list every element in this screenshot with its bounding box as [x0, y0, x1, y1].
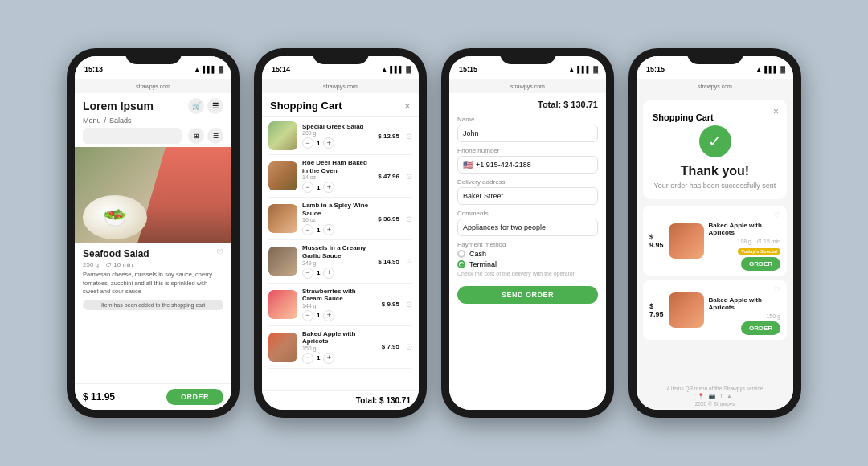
- signal-icon: ▌▌▌: [203, 66, 216, 73]
- notch-4: [687, 48, 743, 64]
- p4-item-right-2: ♡ Baked Apple with Apricots 150 g ORDER: [709, 285, 780, 335]
- payment-terminal[interactable]: Terminal: [457, 260, 598, 268]
- notch-2: [313, 48, 369, 64]
- cart-item-delete-1[interactable]: ⊙: [406, 132, 412, 141]
- qty-decrease-6[interactable]: −: [302, 353, 313, 364]
- favorite-icon[interactable]: ♡: [216, 248, 223, 260]
- battery-icon-3: ▓: [593, 66, 598, 73]
- location-icon: 📍: [698, 393, 704, 399]
- payment-field-group: Payment method Cash Terminal Check the c…: [457, 241, 598, 276]
- qty-increase-2[interactable]: +: [323, 182, 334, 193]
- url-bar-1: strawpys.com: [75, 79, 231, 93]
- cart-item-3: Lamb in a Spicy Wine Sauce 16 oz − 1 + $…: [268, 198, 412, 240]
- phone-2: 15:14 ▲ ▌▌▌ ▓ strawpys.com Shopping Cart…: [254, 48, 427, 418]
- p1-header: Lorem Ipsum 🛒 ☰ Menu / Salads ⊞ ☰: [75, 93, 231, 147]
- copyright: 2020 © Strawpys: [695, 401, 735, 407]
- cart-icon[interactable]: 🛒: [188, 98, 204, 114]
- battery-icon-4: ▓: [780, 66, 785, 73]
- grid-view-icon[interactable]: ⊞: [188, 128, 204, 144]
- cash-radio[interactable]: [457, 250, 465, 258]
- p4-footer-text: 4 items QR menu of the Strawpys service: [667, 386, 764, 391]
- cart-item-img-1: [268, 121, 297, 150]
- p4-list-item-1: $ 9.95 ♡ Baked Apple with Apricots 198 g…: [643, 206, 787, 276]
- cart-item-info-3: Lamb in a Spicy Wine Sauce 16 oz − 1 +: [302, 202, 373, 235]
- cart-modal-header: Shopping Cart ×: [262, 93, 419, 117]
- address-input[interactable]: Baker Street: [457, 187, 598, 205]
- qty-value-4: 1: [317, 269, 320, 276]
- terminal-label: Terminal: [469, 260, 497, 268]
- payment-cash[interactable]: Cash: [457, 250, 598, 258]
- delivery-hint: Check the cost of the delivery with the …: [457, 271, 598, 276]
- order-button[interactable]: ORDER: [166, 389, 223, 405]
- p4-weight-1: 198 g: [738, 239, 752, 244]
- item-price: $ 11.95: [83, 391, 115, 403]
- qty-increase-1[interactable]: +: [323, 137, 334, 149]
- time-3: 15:15: [459, 65, 477, 73]
- list-view-icon[interactable]: ☰: [207, 128, 223, 144]
- p1-footer: $ 11.95 ORDER: [75, 383, 231, 410]
- p4-item-img-2: [669, 292, 704, 328]
- comments-input[interactable]: Appliances for two people: [457, 219, 598, 236]
- p4-order-btn-2[interactable]: ORDER: [741, 321, 780, 335]
- cart-item-info-2: Roe Deer Ham Baked in the Oven 14 oz − 1…: [302, 159, 373, 193]
- cart-item-delete-3[interactable]: ⊙: [406, 215, 412, 223]
- battery-icon-2: ▓: [406, 66, 411, 73]
- qty-decrease-5[interactable]: −: [302, 310, 313, 321]
- terminal-radio[interactable]: [457, 260, 465, 268]
- search-input-1[interactable]: [83, 128, 182, 144]
- phone-input[interactable]: 🇺🇸 +1 915-424-2188: [457, 156, 598, 174]
- qty-increase-4[interactable]: +: [323, 268, 334, 279]
- p4-item-img-1: [669, 223, 704, 259]
- url-bar-2: strawpys.com: [262, 79, 419, 93]
- cart-items-list: Special Greek Salad 200 g − 1 + $ 12.95 …: [262, 117, 419, 390]
- order-form: Total: $ 130.71 Name John Phone number 🇺…: [449, 93, 606, 410]
- thank-you-modal: × Shopping Cart ✓ Thank you! Your order …: [643, 100, 787, 199]
- phone-field-group: Phone number 🇺🇸 +1 915-424-2188: [457, 147, 598, 174]
- up-icon[interactable]: ▲: [727, 393, 731, 399]
- cart-item-img-4: [268, 247, 297, 276]
- send-order-button[interactable]: SEND ORDER: [457, 286, 598, 304]
- qty-value-1: 1: [317, 140, 320, 147]
- cart-item-delete-2[interactable]: ⊙: [406, 172, 412, 181]
- p4-weight-2: 150 g: [766, 313, 780, 319]
- p4-footer: 4 items QR menu of the Strawpys service …: [637, 382, 793, 410]
- phone-4: 15:15 ▲ ▌▌▌ ▓ strawpys.com × Shopping Ca…: [628, 48, 801, 418]
- cart-close-button[interactable]: ×: [404, 100, 411, 112]
- qty-decrease-1[interactable]: −: [302, 137, 313, 149]
- qty-decrease-4[interactable]: −: [302, 268, 313, 279]
- name-field-group: Name John: [457, 116, 598, 142]
- p4-list-item-2: $ 7.95 ♡ Baked Apple with Apricots 150 g…: [643, 280, 787, 340]
- checkmark-icon: ✓: [708, 133, 722, 149]
- favorite-icon-p4-2[interactable]: ♡: [773, 285, 780, 294]
- favorite-icon-p4-1[interactable]: ♡: [773, 211, 780, 219]
- url-bar-4: strawpys.com: [637, 79, 793, 93]
- facebook-icon: f: [720, 393, 722, 399]
- cart-modal-title: Shopping Cart: [270, 100, 342, 112]
- cart-item-delete-6[interactable]: ⊙: [406, 342, 412, 351]
- thank-you-close[interactable]: ×: [773, 106, 779, 117]
- qty-decrease-2[interactable]: −: [302, 182, 313, 193]
- cart-item-6: Baked Apple with Apricots 150 g − 1 + $ …: [268, 326, 412, 369]
- page-title-1: Lorem Ipsum: [83, 100, 154, 112]
- menu-icon[interactable]: ☰: [207, 98, 223, 114]
- item-info: Seafood Salad ♡ 250 g ⏱ 10 min Parmesan …: [75, 243, 231, 315]
- qty-increase-5[interactable]: +: [323, 310, 334, 321]
- p4-items-list: $ 9.95 ♡ Baked Apple with Apricots 198 g…: [637, 206, 793, 382]
- cart-item-delete-4[interactable]: ⊙: [406, 257, 412, 266]
- p4-item-name-2: Baked Apple with Apricots: [709, 296, 780, 311]
- qty-decrease-3[interactable]: −: [302, 224, 313, 235]
- cart-item-img-5: [268, 290, 297, 319]
- name-input[interactable]: John: [457, 125, 598, 142]
- status-icons-3: ▲ ▌▌▌ ▓: [568, 66, 598, 73]
- cart-item-delete-5[interactable]: ⊙: [406, 300, 412, 309]
- address-label: Delivery address: [457, 178, 598, 186]
- radio-selected-indicator: [460, 263, 464, 267]
- flag-icon: 🇺🇸: [463, 161, 473, 170]
- order-total-header: Total: $ 130.71: [457, 100, 598, 109]
- address-field-group: Delivery address Baker Street: [457, 178, 598, 205]
- qty-increase-3[interactable]: +: [323, 224, 334, 235]
- toast-notification: Item has been added to the shopping cart: [83, 300, 223, 310]
- qty-increase-6[interactable]: +: [323, 353, 334, 364]
- p4-order-btn-1[interactable]: ORDER: [741, 257, 780, 271]
- qty-value-5: 1: [317, 312, 320, 319]
